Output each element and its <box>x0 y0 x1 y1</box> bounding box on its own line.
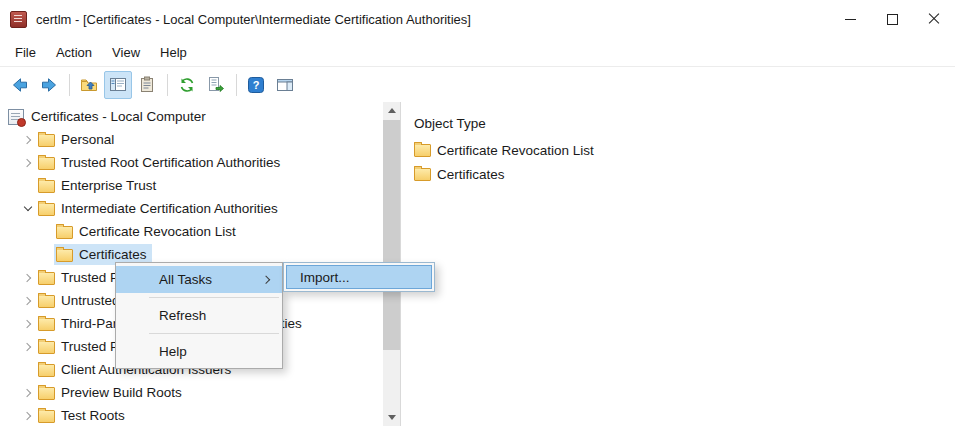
folder-icon <box>38 341 55 354</box>
properties-button[interactable] <box>133 71 161 99</box>
context-submenu: Import... <box>283 262 435 292</box>
tree-item-label: Intermediate Certification Authorities <box>61 201 278 216</box>
svg-text:?: ? <box>253 79 260 91</box>
chevron-right-icon[interactable] <box>19 289 36 312</box>
minimize-button[interactable] <box>829 0 871 38</box>
tree-item-test-roots[interactable]: Test Roots <box>0 404 383 426</box>
menu-separator <box>149 333 279 334</box>
forward-icon <box>40 76 58 94</box>
context-menu-item-refresh[interactable]: Refresh <box>116 302 282 329</box>
list-item-certificate-revocation-list[interactable]: Certificate Revocation List <box>414 138 955 162</box>
chevron-spacer <box>37 243 54 266</box>
menu-action[interactable]: Action <box>46 41 102 64</box>
minimize-icon <box>845 19 856 20</box>
help-icon: ? <box>247 76 265 94</box>
scroll-up-button[interactable] <box>383 102 400 119</box>
menu-view[interactable]: View <box>102 41 150 64</box>
maximize-button[interactable] <box>871 0 913 38</box>
tree-node: Intermediate Certification Authorities <box>36 198 283 219</box>
chevron-right-icon[interactable] <box>19 335 36 358</box>
tree-item-label: Certificates - Local Computer <box>31 109 206 124</box>
maximize-icon <box>887 14 898 25</box>
submenu-arrow-icon <box>262 275 270 283</box>
export-list-button[interactable] <box>202 71 230 99</box>
object-type-header: Object Type <box>414 116 955 138</box>
chevron-spacer <box>19 174 36 197</box>
list-item-label: Certificate Revocation List <box>437 143 594 158</box>
tree-node: Preview Build Roots <box>36 382 187 403</box>
computer-certificates-icon <box>8 109 24 125</box>
chevron-right-icon[interactable] <box>19 312 36 335</box>
tree-item-label: Certificates <box>79 247 147 262</box>
chevron-right-icon[interactable] <box>19 404 36 426</box>
context-menu-item-help[interactable]: Help <box>116 338 282 365</box>
back-button[interactable] <box>6 71 34 99</box>
folder-icon <box>38 180 55 193</box>
folder-icon <box>38 295 55 308</box>
folder-icon <box>38 410 55 423</box>
folder-icon <box>38 157 55 170</box>
main-area: Certificates - Local ComputerPersonalTru… <box>0 102 955 426</box>
list-item-label: Certificates <box>437 167 505 182</box>
show-hide-action-pane-button[interactable] <box>271 71 299 99</box>
scroll-down-button[interactable] <box>383 409 400 426</box>
tree-item-label: Test Roots <box>61 408 125 423</box>
tree-node: Certificates - Local Computer <box>6 106 211 127</box>
object-list: Certificate Revocation ListCertificates <box>414 138 955 186</box>
menu-item-label: All Tasks <box>159 272 212 287</box>
help-button[interactable]: ? <box>242 71 270 99</box>
console-tree-icon <box>109 76 127 94</box>
chevron-right-icon[interactable] <box>19 151 36 174</box>
chevron-right-icon[interactable] <box>19 128 36 151</box>
refresh-icon <box>178 76 196 94</box>
toolbar: ? <box>0 67 955 103</box>
forward-button[interactable] <box>35 71 63 99</box>
tree-item-preview-build-roots[interactable]: Preview Build Roots <box>0 381 383 404</box>
show-hide-console-tree-button[interactable] <box>104 71 132 99</box>
menu-item-label: Import... <box>300 270 350 285</box>
folder-icon <box>38 318 55 331</box>
submenu-item-import[interactable]: Import... <box>286 265 432 289</box>
menu-item-label: Refresh <box>159 308 206 323</box>
folder-icon <box>38 272 55 285</box>
refresh-button[interactable] <box>173 71 201 99</box>
chevron-spacer <box>19 358 36 381</box>
tree-item-label: Personal <box>61 132 114 147</box>
scrollbar-thumb[interactable] <box>383 120 400 350</box>
context-menu: All TasksRefreshHelp <box>115 262 283 369</box>
tree-item-enterprise-trust[interactable]: Enterprise Trust <box>0 174 383 197</box>
toolbar-separator <box>69 74 70 96</box>
chevron-right-icon[interactable] <box>19 381 36 404</box>
details-pane: Object Type Certificate Revocation ListC… <box>401 102 955 426</box>
close-button[interactable] <box>913 0 955 38</box>
tree-item-label: Enterprise Trust <box>61 178 156 193</box>
folder-icon <box>38 364 55 377</box>
window-controls <box>829 0 955 38</box>
folder-icon <box>38 387 55 400</box>
folder-icon <box>56 249 73 262</box>
up-one-level-button[interactable] <box>75 71 103 99</box>
folder-icon <box>38 203 55 216</box>
window: certlm - [Certificates - Local Computer\… <box>0 0 955 426</box>
tree-node: Test Roots <box>36 405 130 426</box>
back-icon <box>11 76 29 94</box>
menu-file[interactable]: File <box>5 41 46 64</box>
tree-item-personal[interactable]: Personal <box>0 128 383 151</box>
folder-icon <box>38 134 55 147</box>
context-menu-item-all-tasks[interactable]: All Tasks <box>116 266 282 293</box>
folder-icon <box>56 226 73 239</box>
list-item-certificates[interactable]: Certificates <box>414 162 955 186</box>
menu-help[interactable]: Help <box>150 41 197 64</box>
tree-node: Personal <box>36 129 119 150</box>
folder-icon <box>414 168 431 181</box>
export-list-icon <box>207 76 225 94</box>
tree-item-label: Trusted Root Certification Authorities <box>61 155 280 170</box>
tree-item-intermediate-certification-authorities[interactable]: Intermediate Certification Authorities <box>0 197 383 220</box>
window-title: certlm - [Certificates - Local Computer\… <box>36 12 471 27</box>
tree-item-trusted-root-certification-authorities[interactable]: Trusted Root Certification Authorities <box>0 151 383 174</box>
tree-item-certificate-revocation-list[interactable]: Certificate Revocation List <box>0 220 383 243</box>
tree-node: Trusted Root Certification Authorities <box>36 152 285 173</box>
chevron-down-icon[interactable] <box>19 197 36 220</box>
tree-item-certificates-local-computer[interactable]: Certificates - Local Computer <box>0 105 383 128</box>
chevron-right-icon[interactable] <box>19 266 36 289</box>
